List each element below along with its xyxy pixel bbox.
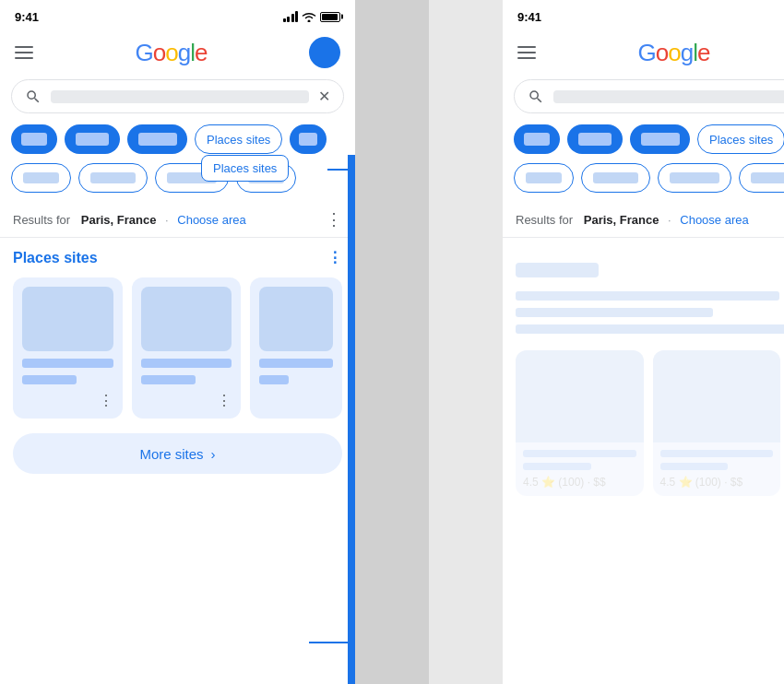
filter-chips-row1-right: Places sites <box>503 124 784 163</box>
faded-card-1[interactable]: 4.5 ⭐ (100) · $$ <box>516 350 644 496</box>
faded-card-line-3 <box>660 450 774 457</box>
google-logo-right: Google <box>638 39 710 67</box>
chip-5-left[interactable] <box>290 124 327 154</box>
divider-right <box>503 237 784 238</box>
choose-area-right[interactable]: Choose area <box>680 213 748 227</box>
chip-outline-2-right[interactable] <box>581 163 650 193</box>
chip-3-right[interactable] <box>630 124 690 154</box>
status-time-right: 9:41 <box>517 10 541 24</box>
faded-cards-right: 4.5 ⭐ (100) · $$ 4.5 ⭐ (100) · $$ 4.5 ⭐ <box>516 350 784 496</box>
faded-card-body-1: 4.5 ⭐ (100) · $$ <box>516 442 644 496</box>
card-image-3-left <box>259 287 333 351</box>
faded-card-img-2 <box>653 350 781 442</box>
faded-line-1 <box>516 291 779 301</box>
card-image-2-left <box>141 287 232 351</box>
card-line-1-left <box>22 359 113 368</box>
card-line-3-left <box>141 359 232 368</box>
more-sites-connector <box>309 642 355 643</box>
faded-section-right: ⋮ 4.5 ⭐ (100) · $$ 4.5 ⭐ (100 <box>503 249 784 496</box>
chip-2-right[interactable] <box>567 124 623 154</box>
chip-outline-1-right[interactable] <box>514 163 574 193</box>
faded-card-line-1 <box>523 450 636 457</box>
card-line-4-left <box>141 375 196 384</box>
hamburger-menu-left[interactable] <box>15 46 33 59</box>
faded-title-bar <box>516 263 599 277</box>
faded-card-line-2 <box>523 463 591 470</box>
choose-area-left[interactable]: Choose area <box>177 213 245 227</box>
faded-lines <box>516 291 784 350</box>
tooltip-places-sites: Places sites <box>201 155 289 182</box>
phones-divider <box>355 0 429 684</box>
search-bar-right[interactable]: ✕ <box>514 79 784 113</box>
tooltip-connector <box>327 169 355 171</box>
separator-left: · <box>161 213 172 227</box>
places-sites-heading-left: Places sites <box>13 250 98 266</box>
chip-2-left[interactable] <box>65 124 120 154</box>
more-sites-button-left[interactable]: More sites › <box>13 433 342 474</box>
card-line-5-left <box>259 359 333 368</box>
section-dots-left[interactable]: ⋮ <box>327 249 342 266</box>
chip-outline-4-right[interactable] <box>739 163 784 193</box>
chip-1-right[interactable] <box>514 124 560 154</box>
results-for-label-left: Results for <box>13 213 70 227</box>
header-right: Google <box>503 29 784 79</box>
faded-line-2 <box>516 308 713 317</box>
place-card-1-left[interactable]: ⋮ <box>13 277 123 419</box>
search-bar-left[interactable]: ✕ <box>11 79 344 113</box>
results-line-left: Results for Paris, France · Choose area … <box>0 204 355 237</box>
faded-card-rating-2: 4.5 ⭐ (100) · $$ <box>660 476 774 489</box>
chip-places-sites-left[interactable]: Places sites <box>195 124 282 154</box>
divider-left <box>0 237 355 238</box>
location-label-left: Paris, France <box>81 213 157 227</box>
faded-card-2[interactable]: 4.5 ⭐ (100) · $$ <box>653 350 781 496</box>
places-title-left: Places sites ⋮ <box>13 249 342 266</box>
places-cards-left: ⋮ ⋮ <box>13 277 342 419</box>
places-section-left: Places sites ⋮ ⋮ ⋮ <box>0 249 355 419</box>
header-left: Google <box>0 29 355 79</box>
more-sites-label-left: More sites <box>139 446 203 462</box>
hamburger-menu-right[interactable] <box>517 46 536 59</box>
place-card-3-left[interactable] <box>250 277 342 419</box>
card-dots-2-left[interactable]: ⋮ <box>141 392 232 409</box>
search-icon-right <box>528 88 544 105</box>
chip-outline-1-left[interactable] <box>11 163 71 193</box>
chip-3-left[interactable] <box>127 124 187 154</box>
faded-card-line-4 <box>660 463 729 470</box>
location-label-right: Paris, France <box>584 213 659 227</box>
chip-1-left[interactable] <box>11 124 57 154</box>
right-phone-screen: 9:41 Google ✕ <box>503 0 784 684</box>
faded-card-body-2: 4.5 ⭐ (100) · $$ <box>653 442 781 496</box>
faded-card-img-1 <box>516 350 644 442</box>
battery-icon <box>320 12 340 22</box>
chip-places-sites-right[interactable]: Places sites <box>697 124 784 154</box>
faded-card-rating-1: 4.5 ⭐ (100) · $$ <box>523 476 636 489</box>
card-line-2-left <box>22 375 77 384</box>
card-line-6-left <box>259 375 289 384</box>
status-icons-left <box>283 11 341 22</box>
status-bar-right: 9:41 <box>503 0 784 29</box>
search-input-right[interactable] <box>553 90 784 103</box>
filter-chips-row2-right <box>503 163 784 204</box>
wifi-icon <box>302 11 316 22</box>
card-image-1-left <box>22 287 113 351</box>
chip-outline-3-right[interactable] <box>658 163 731 193</box>
results-for-label-right: Results for <box>516 213 573 227</box>
filter-chips-row1-left: Places sites <box>0 124 355 163</box>
results-line-right: Results for Paris, France · Choose area … <box>503 204 784 237</box>
status-bar-left: 9:41 <box>0 0 355 29</box>
left-phone-screen: 9:41 Google <box>0 0 355 684</box>
close-icon-left[interactable]: ✕ <box>318 88 330 105</box>
chip-outline-2-left[interactable] <box>78 163 148 193</box>
filter-chips-row2-left <box>0 163 355 204</box>
signal-icon <box>283 11 299 22</box>
dots-menu-left[interactable]: ⋮ <box>326 209 342 230</box>
faded-title-row: ⋮ <box>516 260 784 280</box>
place-card-2-left[interactable]: ⋮ <box>132 277 242 419</box>
avatar-left[interactable] <box>309 37 340 68</box>
more-sites-arrow-icon: › <box>211 446 216 462</box>
search-input-left[interactable] <box>51 90 309 103</box>
blue-bar-left <box>348 155 355 684</box>
status-time-left: 9:41 <box>15 10 39 24</box>
separator-right: · <box>664 213 674 227</box>
card-dots-1-left[interactable]: ⋮ <box>22 392 113 409</box>
